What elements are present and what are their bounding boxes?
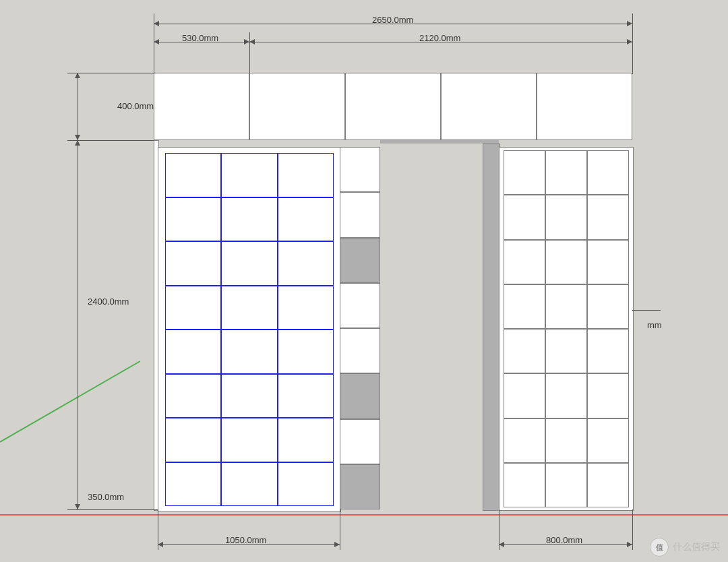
watermark: 值 什么值得买 [650, 538, 720, 557]
ext [67, 509, 158, 510]
watermark-badge-icon: 值 [650, 538, 669, 557]
ext [340, 509, 340, 550]
top-cell [441, 73, 537, 140]
dim-2120: 2120.0mm [418, 33, 462, 43]
right-shelf-frame [499, 147, 634, 511]
axis-line [0, 361, 140, 443]
dim-line [78, 469, 78, 509]
top-cell [249, 73, 345, 140]
dim-530: 530.0mm [181, 33, 220, 43]
right-shelf-grid [504, 150, 629, 507]
top-shadow [380, 140, 499, 144]
horizon-line [0, 514, 728, 516]
dim-right-mm: mm [646, 320, 663, 330]
drawing-canvas: 2650.0mm 530.0mm 2120.0mm 400.0mm 2400.0… [0, 0, 728, 562]
ext [249, 32, 250, 73]
dim-1050: 1050.0mm [224, 535, 268, 545]
top-cabinet-row [154, 73, 632, 140]
ext [67, 140, 154, 141]
dim-line [78, 140, 78, 509]
dim-400: 400.0mm [116, 101, 155, 111]
ext [632, 13, 633, 74]
ext [67, 73, 154, 73]
dim-2400: 2400.0mm [86, 296, 130, 307]
dim-width-total: 2650.0mm [371, 15, 415, 25]
watermark-text: 什么值得买 [673, 541, 720, 553]
left-door-frame [158, 147, 341, 512]
top-cell [345, 73, 441, 140]
dim-800: 800.0mm [545, 535, 584, 545]
ext [632, 310, 661, 311]
dim-line [78, 73, 78, 140]
left-shelf-column [340, 147, 380, 509]
top-cell [537, 73, 632, 140]
top-cell [154, 73, 249, 140]
dim-350: 350.0mm [86, 492, 125, 502]
left-door-grid [165, 153, 334, 506]
ext [632, 509, 633, 550]
center-pier [483, 144, 500, 511]
